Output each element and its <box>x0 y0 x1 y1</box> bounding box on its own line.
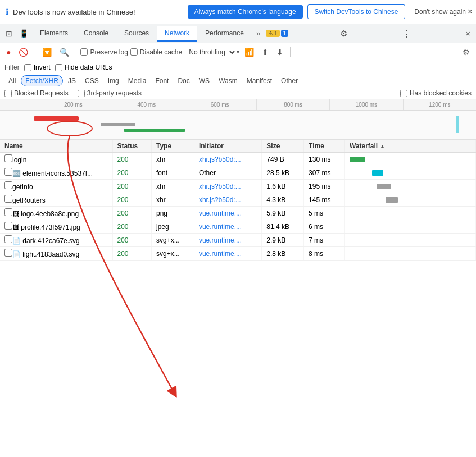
row-waterfall <box>344 220 475 234</box>
device-icon-button[interactable]: 📱 <box>16 27 32 40</box>
table-row[interactable]: 🖼 profile.473f5971.jpg200jpegvue.runtime… <box>0 220 476 234</box>
type-btn-js[interactable]: JS <box>64 76 80 86</box>
row-initiator: vue.runtime.... <box>194 234 261 247</box>
switch-chinese-button[interactable]: Switch DevTools to Chinese <box>307 4 406 19</box>
row-checkbox[interactable] <box>4 195 12 203</box>
preserve-log-label[interactable]: Preserve log <box>80 48 128 56</box>
timeline-content[interactable] <box>0 111 476 140</box>
disable-cache-text: Disable cache <box>140 48 182 56</box>
row-initiator: xhr.js?b50d:... <box>194 180 261 193</box>
tl-bar-3 <box>124 129 185 132</box>
ruler-label: 800 ms <box>256 99 329 110</box>
info-close-button[interactable]: × <box>468 7 473 17</box>
type-btn-wasm[interactable]: Wasm <box>215 76 242 86</box>
invert-checkbox[interactable] <box>24 64 31 71</box>
row-checkbox[interactable] <box>4 249 12 257</box>
row-type: png <box>151 207 194 220</box>
table-row[interactable]: 📄 light.4183aad0.svg200svg+x...vue.runti… <box>0 247 476 261</box>
type-btn-ws[interactable]: WS <box>195 76 214 86</box>
devtools-more-button[interactable]: ⋮ <box>399 28 414 40</box>
row-status: 200 <box>112 153 151 166</box>
third-party-label[interactable]: 3rd-party requests <box>78 89 142 97</box>
more-tabs-button[interactable]: » <box>252 27 265 40</box>
has-blocked-cookies-checkbox[interactable] <box>400 90 407 97</box>
table-row[interactable]: 🖼 logo.4eeb8a8e.png200pngvue.runtime....… <box>0 207 476 220</box>
has-blocked-cookies-label[interactable]: Has blocked cookies <box>400 89 472 97</box>
wifi-icon-button[interactable]: 📶 <box>242 46 257 58</box>
tab-elements[interactable]: Elements <box>32 26 76 42</box>
initiator-link[interactable]: xhr.js?b50d:... <box>199 196 241 204</box>
row-name: 🔤 element-icons.53537f... <box>12 170 93 177</box>
warning-badge: ⚠ 1 <box>266 30 280 37</box>
tab-sources[interactable]: Sources <box>116 26 157 42</box>
third-party-checkbox[interactable] <box>78 90 85 97</box>
download-icon-button[interactable]: ⬇ <box>274 46 286 58</box>
row-checkbox[interactable] <box>4 181 12 189</box>
devtools-close-button[interactable]: × <box>462 28 474 39</box>
row-type: jpeg <box>151 220 194 234</box>
row-checkbox[interactable] <box>4 235 12 243</box>
disable-cache-checkbox[interactable] <box>130 48 138 56</box>
type-btn-img[interactable]: Img <box>104 76 123 86</box>
tab-network[interactable]: Network <box>157 26 197 42</box>
search-button[interactable]: 🔍 <box>57 46 72 58</box>
type-btn-all[interactable]: All <box>4 76 20 86</box>
initiator-link[interactable]: vue.runtime.... <box>199 209 242 217</box>
tab-performance[interactable]: Performance <box>197 26 252 42</box>
type-btn-fetch-xhr[interactable]: Fetch/XHR <box>21 75 63 86</box>
row-size: 5.9 kB <box>262 207 304 220</box>
invert-label[interactable]: Invert <box>24 63 51 71</box>
initiator-link[interactable]: vue.runtime.... <box>199 223 242 231</box>
row-checkbox[interactable] <box>4 154 12 162</box>
preserve-log-checkbox[interactable] <box>80 48 88 56</box>
clear-button[interactable]: 🚫 <box>16 46 31 58</box>
upload-icon-button[interactable]: ⬆ <box>259 46 271 58</box>
initiator-link[interactable]: vue.runtime.... <box>199 236 242 244</box>
row-status: 200 <box>112 180 151 193</box>
col-waterfall: Waterfall ▲ <box>344 140 475 153</box>
warning-icon: ⚠ <box>268 30 273 36</box>
row-waterfall <box>344 166 475 180</box>
record-button[interactable]: ● <box>3 46 13 58</box>
row-time: 8 ms <box>304 247 345 261</box>
waterfall-bar <box>372 170 383 176</box>
match-language-button[interactable]: Always match Chrome's language <box>188 5 303 19</box>
initiator-link[interactable]: xhr.js?b50d:... <box>199 156 241 163</box>
type-btn-font[interactable]: Font <box>151 76 173 86</box>
type-btn-manifest[interactable]: Manifest <box>243 76 276 86</box>
initiator-link[interactable]: xhr.js?b50d:... <box>199 182 241 190</box>
row-checkbox[interactable] <box>4 222 12 230</box>
type-btn-media[interactable]: Media <box>124 76 151 86</box>
table-row[interactable]: login200xhrxhr.js?b50d:...749 B130 ms <box>0 153 476 166</box>
tab-console[interactable]: Console <box>76 26 116 42</box>
row-checkbox[interactable] <box>4 208 12 216</box>
row-size: 2.9 kB <box>262 234 304 247</box>
network-settings-button[interactable]: ⚙ <box>460 46 473 58</box>
type-btn-doc[interactable]: Doc <box>174 76 193 86</box>
waterfall-bar <box>386 197 398 203</box>
row-initiator: xhr.js?b50d:... <box>194 193 261 207</box>
hide-data-urls-checkbox[interactable] <box>55 64 62 71</box>
toolbar-divider-3 <box>290 47 291 57</box>
row-checkbox[interactable] <box>4 168 12 176</box>
type-btn-other[interactable]: Other <box>277 76 302 86</box>
sort-arrow-icon: ▲ <box>380 143 386 149</box>
disable-cache-label[interactable]: Disable cache <box>130 48 182 56</box>
hide-data-urls-label[interactable]: Hide data URLs <box>55 63 112 71</box>
blocked-requests-checkbox[interactable] <box>4 90 12 97</box>
devtools-settings-button[interactable]: ⚙ <box>337 28 351 40</box>
dont-show-button[interactable]: Don't show again <box>410 5 470 19</box>
blocked-requests-label[interactable]: Blocked Requests <box>4 89 69 97</box>
type-btn-css[interactable]: CSS <box>81 76 103 86</box>
table-row[interactable]: getRouters200xhrxhr.js?b50d:...4.3 kB145… <box>0 193 476 207</box>
network-table-wrap[interactable]: Name Status Type Initiator Size Time Wat… <box>0 140 476 342</box>
table-row[interactable]: getInfo200xhrxhr.js?b50d:...1.6 kB195 ms <box>0 180 476 193</box>
table-row[interactable]: 🔤 element-icons.53537f...200fontOther28.… <box>0 166 476 180</box>
throttle-select[interactable]: No throttling <box>184 47 237 58</box>
filter-button[interactable]: 🔽 <box>39 46 55 58</box>
table-row[interactable]: 📄 dark.412ca67e.svg200svg+x...vue.runtim… <box>0 234 476 247</box>
row-status: 200 <box>112 166 151 180</box>
initiator-link[interactable]: vue.runtime.... <box>199 250 242 258</box>
inspect-icon-button[interactable]: ⊡ <box>2 27 16 40</box>
timeline-area: 200 ms400 ms600 ms800 ms1000 ms1200 ms <box>0 99 476 140</box>
